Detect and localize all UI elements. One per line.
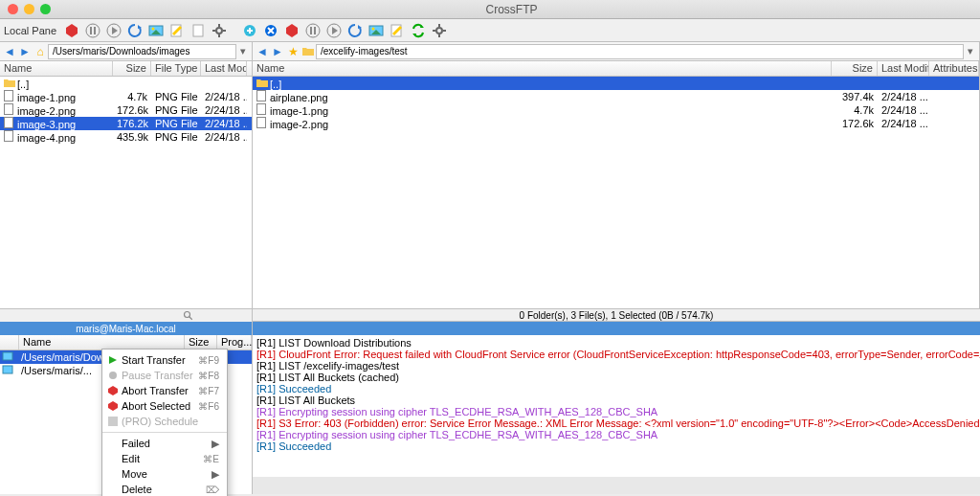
q-col-size[interactable]: Size (185, 335, 217, 349)
svg-rect-52 (108, 417, 118, 426)
svg-rect-22 (314, 27, 316, 34)
svg-rect-11 (193, 25, 203, 36)
q-col-name[interactable]: Name (19, 335, 185, 349)
close-window-button[interactable] (8, 4, 18, 14)
remote-connection-tab[interactable]: AKIAIO63OY2RFWJLZM4Q@S3: Test [1 Idle(s)… (253, 322, 980, 335)
file-row[interactable]: image-1.png4.7kPNG File2/24/18 ... (0, 90, 252, 103)
svg-marker-0 (66, 24, 78, 37)
col-attr[interactable]: Attributes (929, 61, 979, 76)
menu-item[interactable]: Abort Selected⌘F6 (102, 398, 227, 414)
edit-icon-2[interactable] (388, 21, 407, 40)
local-connection-tab[interactable]: maris@Maris-Mac.local (0, 322, 252, 335)
svg-point-44 (185, 311, 190, 317)
minimize-window-button[interactable] (24, 4, 34, 14)
col-type[interactable]: File Type (151, 61, 201, 76)
svg-point-27 (372, 27, 375, 30)
svg-rect-21 (310, 27, 312, 34)
menu-item[interactable]: Move▶ (102, 466, 227, 482)
stop-icon[interactable] (62, 21, 81, 40)
svg-rect-43 (257, 118, 266, 128)
file-row[interactable]: airplane.png397.4k2/24/18 ... (253, 90, 979, 103)
q-col-prog[interactable]: Prog... (217, 335, 252, 349)
dropdown-icon[interactable]: ▾ (964, 45, 977, 57)
svg-marker-19 (286, 24, 298, 37)
queue-context-menu: Start Transfer⌘F9Pause Transfer⌘F8Abort … (101, 349, 228, 496)
menu-item[interactable]: Failed▶ (102, 436, 227, 451)
col-size[interactable]: Size (832, 61, 878, 76)
local-path-input[interactable] (48, 44, 236, 59)
zoom-window-button[interactable] (40, 4, 51, 14)
window-titlebar: CrossFTP (0, 0, 980, 19)
local-file-list[interactable]: [..]image-1.png4.7kPNG File2/24/18 ...im… (0, 77, 252, 308)
svg-point-8 (152, 27, 155, 30)
svg-marker-6 (138, 25, 142, 29)
play-icon[interactable] (104, 21, 123, 40)
file-row[interactable]: image-2.png172.6k2/24/18 ... (253, 117, 979, 130)
col-size[interactable]: Size (113, 61, 151, 76)
image-icon-2[interactable] (367, 21, 386, 40)
edit-icon[interactable] (167, 21, 187, 40)
parent-dir[interactable]: [..] (0, 77, 252, 90)
remote-path-input[interactable] (316, 44, 964, 59)
svg-rect-2 (90, 27, 92, 34)
svg-rect-3 (94, 27, 96, 34)
back-button[interactable]: ◄ (255, 44, 270, 59)
pause-icon[interactable] (83, 21, 102, 40)
window-title: CrossFTP (51, 3, 972, 16)
search-icon[interactable] (183, 310, 194, 322)
svg-marker-50 (108, 386, 118, 395)
sync-icon[interactable] (409, 21, 428, 40)
dropdown-icon[interactable]: ▾ (236, 45, 250, 57)
image-icon[interactable] (146, 21, 166, 40)
back-button[interactable]: ◄ (2, 44, 17, 59)
log-output[interactable]: [R1] LIST Download Distributions[R1] Clo… (253, 335, 980, 477)
doc-icon[interactable] (189, 21, 208, 40)
folder-icon[interactable] (301, 44, 316, 59)
remote-status: 0 Folder(s), 3 File(s), 1 Selected (0B /… (253, 308, 980, 322)
col-name[interactable]: Name (253, 61, 832, 76)
remote-file-list[interactable]: [..]airplane.png397.4k2/24/18 ...image-1… (253, 77, 979, 308)
log-panel: AKIAIO63OY2RFWJLZM4Q@S3: Test [1 Idle(s)… (253, 322, 980, 494)
local-pane: ◄ ► ⌂ ▾ Name Size File Type Last Modifi.… (0, 42, 253, 308)
menu-item[interactable]: Edit⌘E (102, 451, 227, 466)
col-mod[interactable]: Last Modifi... (201, 61, 247, 76)
play-icon-2[interactable] (324, 21, 344, 40)
menu-item[interactable]: Start Transfer⌘F9 (102, 352, 227, 368)
file-row[interactable]: image-2.png172.6kPNG File2/24/18 ... (0, 103, 252, 117)
refresh-icon[interactable] (125, 21, 145, 40)
col-name[interactable]: Name (0, 61, 113, 76)
svg-rect-38 (5, 104, 13, 115)
parent-dir[interactable]: [..] (253, 77, 979, 90)
svg-rect-40 (5, 131, 13, 142)
svg-rect-46 (3, 352, 12, 360)
svg-point-1 (86, 24, 100, 37)
svg-marker-51 (108, 401, 118, 411)
fwd-button[interactable]: ► (270, 44, 285, 59)
home-icon[interactable]: ⌂ (33, 44, 48, 59)
svg-marker-5 (112, 27, 118, 34)
menu-item[interactable]: Abort Transfer⌘F7 (102, 383, 227, 398)
remote-pane: ◄ ► ★ ▾ Name Size Last Modifi... Attribu… (253, 42, 980, 308)
disconnect-icon[interactable] (261, 21, 280, 40)
fwd-button[interactable]: ► (17, 44, 33, 59)
refresh-icon-2[interactable] (345, 21, 365, 40)
svg-point-12 (216, 28, 222, 34)
connect-icon[interactable] (240, 21, 259, 40)
file-row[interactable]: image-1.png4.7k2/24/18 ... (253, 103, 979, 117)
menu-item[interactable]: Delete⌦ (102, 482, 227, 496)
star-icon[interactable]: ★ (285, 44, 301, 59)
svg-point-49 (109, 372, 117, 379)
svg-point-20 (306, 24, 320, 37)
svg-rect-39 (5, 118, 13, 128)
gear-icon[interactable] (210, 21, 229, 40)
stop-icon-2[interactable] (282, 21, 301, 40)
svg-marker-24 (332, 27, 338, 34)
pause-icon-2[interactable] (303, 21, 323, 40)
svg-rect-47 (3, 366, 12, 373)
gear-icon-2[interactable] (430, 21, 449, 40)
file-row[interactable]: image-3.png176.2kPNG File2/24/18 ... (0, 117, 252, 130)
svg-rect-41 (257, 91, 266, 101)
col-mod[interactable]: Last Modifi... (878, 61, 929, 76)
menu-item: Pause Transfer⌘F8 (102, 368, 227, 383)
file-row[interactable]: image-4.png435.9kPNG File2/24/18 ... (0, 130, 252, 144)
